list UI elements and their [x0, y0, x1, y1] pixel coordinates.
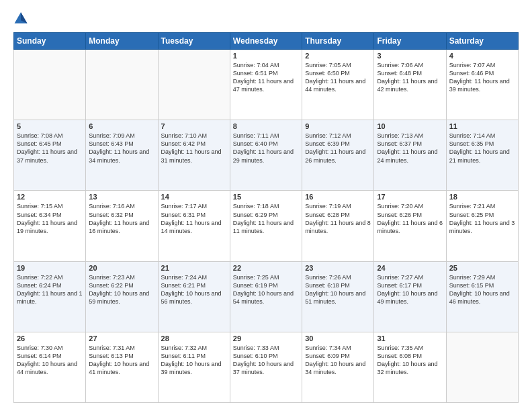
- day-info: Sunrise: 7:07 AM Sunset: 6:46 PM Dayligh…: [449, 61, 515, 94]
- calendar-cell: 26Sunrise: 7:30 AM Sunset: 6:14 PM Dayli…: [14, 332, 86, 402]
- calendar-cell: 8Sunrise: 7:11 AM Sunset: 6:40 PM Daylig…: [230, 120, 302, 191]
- calendar-table: SundayMondayTuesdayWednesdayThursdayFrid…: [13, 32, 519, 403]
- day-info: Sunrise: 7:09 AM Sunset: 6:43 PM Dayligh…: [89, 132, 154, 165]
- day-number: 27: [89, 334, 154, 342]
- day-info: Sunrise: 7:25 AM Sunset: 6:19 PM Dayligh…: [233, 273, 299, 306]
- day-number: 26: [17, 334, 83, 342]
- day-number: 16: [305, 193, 371, 201]
- col-header-wednesday: Wednesday: [230, 33, 302, 50]
- calendar-cell: 13Sunrise: 7:16 AM Sunset: 6:32 PM Dayli…: [86, 191, 158, 261]
- col-header-friday: Friday: [374, 33, 446, 50]
- day-number: 28: [161, 334, 227, 342]
- day-info: Sunrise: 7:17 AM Sunset: 6:31 PM Dayligh…: [161, 202, 227, 235]
- day-number: 22: [233, 264, 299, 272]
- calendar-cell: 24Sunrise: 7:27 AM Sunset: 6:17 PM Dayli…: [374, 261, 446, 332]
- calendar-week-row: 26Sunrise: 7:30 AM Sunset: 6:14 PM Dayli…: [14, 332, 519, 402]
- day-info: Sunrise: 7:08 AM Sunset: 6:45 PM Dayligh…: [17, 132, 83, 165]
- logo-icon: [13, 11, 28, 26]
- day-info: Sunrise: 7:29 AM Sunset: 6:15 PM Dayligh…: [449, 273, 515, 306]
- day-info: Sunrise: 7:15 AM Sunset: 6:34 PM Dayligh…: [17, 202, 83, 235]
- calendar-cell: 30Sunrise: 7:34 AM Sunset: 6:09 PM Dayli…: [302, 332, 374, 402]
- day-number: 2: [305, 52, 371, 60]
- day-number: 3: [377, 52, 443, 60]
- calendar-header-row: SundayMondayTuesdayWednesdayThursdayFrid…: [14, 33, 519, 50]
- day-info: Sunrise: 7:21 AM Sunset: 6:25 PM Dayligh…: [449, 202, 515, 235]
- day-number: 21: [161, 264, 227, 272]
- day-number: 25: [449, 264, 515, 272]
- calendar-cell: [14, 50, 86, 120]
- col-header-sunday: Sunday: [14, 33, 86, 50]
- day-info: Sunrise: 7:22 AM Sunset: 6:24 PM Dayligh…: [17, 273, 83, 306]
- day-number: 4: [449, 52, 515, 60]
- day-info: Sunrise: 7:14 AM Sunset: 6:35 PM Dayligh…: [449, 132, 515, 165]
- calendar-cell: [158, 50, 230, 120]
- calendar-cell: 22Sunrise: 7:25 AM Sunset: 6:19 PM Dayli…: [230, 261, 302, 332]
- calendar-cell: 7Sunrise: 7:10 AM Sunset: 6:42 PM Daylig…: [158, 120, 230, 191]
- day-number: 13: [89, 193, 154, 201]
- logo: [13, 11, 31, 26]
- calendar-cell: 1Sunrise: 7:04 AM Sunset: 6:51 PM Daylig…: [230, 50, 302, 120]
- day-number: 14: [161, 193, 227, 201]
- calendar-cell: [446, 332, 518, 402]
- col-header-tuesday: Tuesday: [158, 33, 230, 50]
- day-info: Sunrise: 7:20 AM Sunset: 6:26 PM Dayligh…: [377, 202, 443, 235]
- day-number: 23: [305, 264, 371, 272]
- day-info: Sunrise: 7:06 AM Sunset: 6:48 PM Dayligh…: [377, 61, 443, 94]
- calendar-week-row: 12Sunrise: 7:15 AM Sunset: 6:34 PM Dayli…: [14, 191, 519, 261]
- day-number: 10: [377, 122, 443, 130]
- day-info: Sunrise: 7:24 AM Sunset: 6:21 PM Dayligh…: [161, 273, 227, 306]
- day-info: Sunrise: 7:13 AM Sunset: 6:37 PM Dayligh…: [377, 132, 443, 165]
- day-number: 5: [17, 122, 83, 130]
- day-number: 19: [17, 264, 83, 272]
- calendar-cell: 19Sunrise: 7:22 AM Sunset: 6:24 PM Dayli…: [14, 261, 86, 332]
- day-number: 18: [449, 193, 515, 201]
- col-header-monday: Monday: [86, 33, 158, 50]
- calendar-cell: 6Sunrise: 7:09 AM Sunset: 6:43 PM Daylig…: [86, 120, 158, 191]
- calendar-cell: 28Sunrise: 7:32 AM Sunset: 6:11 PM Dayli…: [158, 332, 230, 402]
- day-info: Sunrise: 7:19 AM Sunset: 6:28 PM Dayligh…: [305, 202, 371, 235]
- calendar-cell: 3Sunrise: 7:06 AM Sunset: 6:48 PM Daylig…: [374, 50, 446, 120]
- day-number: 11: [449, 122, 515, 130]
- day-number: 7: [161, 122, 227, 130]
- calendar-cell: 2Sunrise: 7:05 AM Sunset: 6:50 PM Daylig…: [302, 50, 374, 120]
- day-number: 9: [305, 122, 371, 130]
- day-number: 31: [377, 334, 443, 342]
- day-info: Sunrise: 7:26 AM Sunset: 6:18 PM Dayligh…: [305, 273, 371, 306]
- day-info: Sunrise: 7:04 AM Sunset: 6:51 PM Dayligh…: [233, 61, 299, 94]
- day-info: Sunrise: 7:35 AM Sunset: 6:08 PM Dayligh…: [377, 344, 443, 377]
- calendar-cell: 10Sunrise: 7:13 AM Sunset: 6:37 PM Dayli…: [374, 120, 446, 191]
- calendar-cell: 4Sunrise: 7:07 AM Sunset: 6:46 PM Daylig…: [446, 50, 518, 120]
- calendar-cell: 5Sunrise: 7:08 AM Sunset: 6:45 PM Daylig…: [14, 120, 86, 191]
- calendar-week-row: 5Sunrise: 7:08 AM Sunset: 6:45 PM Daylig…: [14, 120, 519, 191]
- calendar-cell: 11Sunrise: 7:14 AM Sunset: 6:35 PM Dayli…: [446, 120, 518, 191]
- day-info: Sunrise: 7:12 AM Sunset: 6:39 PM Dayligh…: [305, 132, 371, 165]
- day-info: Sunrise: 7:30 AM Sunset: 6:14 PM Dayligh…: [17, 344, 83, 377]
- day-number: 1: [233, 52, 299, 60]
- day-number: 15: [233, 193, 299, 201]
- day-number: 24: [377, 264, 443, 272]
- calendar-cell: 25Sunrise: 7:29 AM Sunset: 6:15 PM Dayli…: [446, 261, 518, 332]
- calendar-cell: 27Sunrise: 7:31 AM Sunset: 6:13 PM Dayli…: [86, 332, 158, 402]
- calendar-cell: 9Sunrise: 7:12 AM Sunset: 6:39 PM Daylig…: [302, 120, 374, 191]
- day-info: Sunrise: 7:33 AM Sunset: 6:10 PM Dayligh…: [233, 344, 299, 377]
- calendar-cell: 16Sunrise: 7:19 AM Sunset: 6:28 PM Dayli…: [302, 191, 374, 261]
- page: SundayMondayTuesdayWednesdayThursdayFrid…: [0, 0, 532, 411]
- day-info: Sunrise: 7:10 AM Sunset: 6:42 PM Dayligh…: [161, 132, 227, 165]
- calendar-cell: 20Sunrise: 7:23 AM Sunset: 6:22 PM Dayli…: [86, 261, 158, 332]
- day-number: 6: [89, 122, 154, 130]
- day-info: Sunrise: 7:34 AM Sunset: 6:09 PM Dayligh…: [305, 344, 371, 377]
- calendar-cell: 21Sunrise: 7:24 AM Sunset: 6:21 PM Dayli…: [158, 261, 230, 332]
- calendar-cell: 14Sunrise: 7:17 AM Sunset: 6:31 PM Dayli…: [158, 191, 230, 261]
- header: [13, 11, 519, 26]
- calendar-cell: 31Sunrise: 7:35 AM Sunset: 6:08 PM Dayli…: [374, 332, 446, 402]
- day-info: Sunrise: 7:05 AM Sunset: 6:50 PM Dayligh…: [305, 61, 371, 94]
- calendar-cell: 29Sunrise: 7:33 AM Sunset: 6:10 PM Dayli…: [230, 332, 302, 402]
- calendar-cell: 12Sunrise: 7:15 AM Sunset: 6:34 PM Dayli…: [14, 191, 86, 261]
- calendar-cell: 18Sunrise: 7:21 AM Sunset: 6:25 PM Dayli…: [446, 191, 518, 261]
- col-header-saturday: Saturday: [446, 33, 518, 50]
- day-info: Sunrise: 7:16 AM Sunset: 6:32 PM Dayligh…: [89, 202, 154, 235]
- day-info: Sunrise: 7:27 AM Sunset: 6:17 PM Dayligh…: [377, 273, 443, 306]
- calendar-cell: 17Sunrise: 7:20 AM Sunset: 6:26 PM Dayli…: [374, 191, 446, 261]
- col-header-thursday: Thursday: [302, 33, 374, 50]
- calendar-cell: 23Sunrise: 7:26 AM Sunset: 6:18 PM Dayli…: [302, 261, 374, 332]
